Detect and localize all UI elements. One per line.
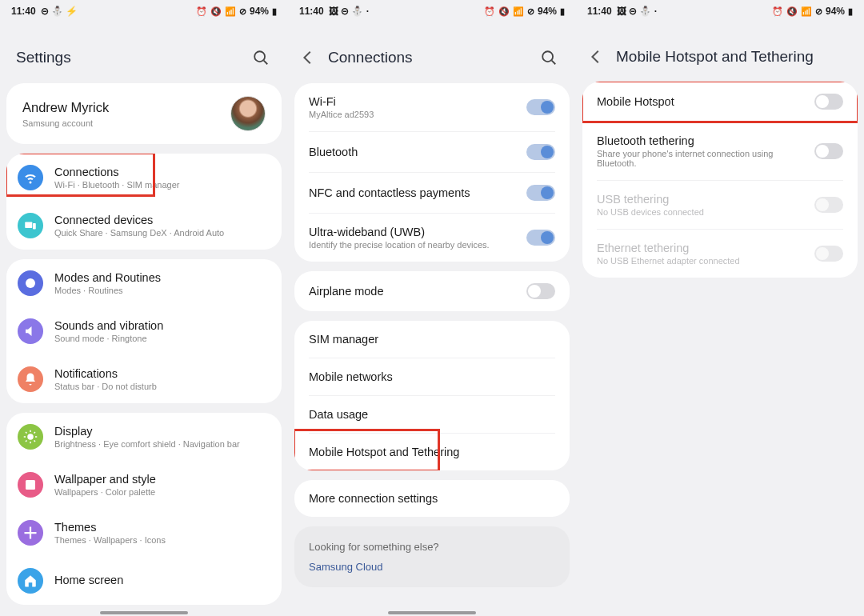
row-hotspot-tethering[interactable]: Mobile Hotspot and Tethering xyxy=(294,434,570,470)
settings-pane: 11:40 ⊝ ⛄ ⚡ ⏰ 🔇 📶 ⊘ 94% ▮ Settings Andre… xyxy=(0,0,288,616)
svg-point-7 xyxy=(542,51,553,62)
toggle-mobile-hotspot[interactable] xyxy=(814,94,843,110)
row-connections[interactable]: Connections Wi-Fi · Bluetooth · SIM mana… xyxy=(6,154,282,202)
row-title: Ethernet tethering xyxy=(597,242,805,254)
row-title: Themes xyxy=(54,521,267,534)
row-sub: Share your phone's internet connection u… xyxy=(597,149,805,168)
row-notifications[interactable]: Notifications Status bar · Do not distur… xyxy=(6,355,282,403)
status-time: 11:40 xyxy=(11,6,36,17)
row-title: Modes and Routines xyxy=(54,271,267,284)
wallpaper-icon xyxy=(18,472,43,498)
row-bluetooth[interactable]: Bluetooth xyxy=(294,132,570,172)
row-mobile-hotspot[interactable]: Mobile Hotspot xyxy=(582,82,858,122)
footer-label: Looking for something else? xyxy=(294,526,570,561)
routines-icon xyxy=(18,270,43,296)
row-sub: Themes · Wallpapers · Icons xyxy=(54,535,267,545)
notifications-icon xyxy=(18,366,43,392)
page-header: Connections xyxy=(288,22,576,83)
toggle-airplane[interactable] xyxy=(526,283,555,299)
group-wireless: Wi-Fi MyAltice ad2593 Bluetooth NFC and … xyxy=(294,83,570,262)
back-button[interactable] xyxy=(298,47,318,68)
row-sounds[interactable]: Sounds and vibration Sound mode · Ringto… xyxy=(6,307,282,355)
tethering-pane: 11:40 🖼 ⊝ ⛄ · ⏰ 🔇 📶 ⊘ 94% ▮ Mobile Hotsp… xyxy=(576,0,864,616)
row-sub: Wallpapers · Color palette xyxy=(54,487,267,497)
group-footer: Looking for something else? Samsung Clou… xyxy=(294,526,570,587)
svg-line-8 xyxy=(552,61,556,65)
account-sub: Samsung account xyxy=(22,118,221,128)
account-card[interactable]: Andrew Myrick Samsung account xyxy=(6,83,282,144)
page-header: Settings xyxy=(0,22,288,83)
no-data-icon: ⊘ xyxy=(815,6,822,17)
row-mobile-networks[interactable]: Mobile networks xyxy=(294,358,570,395)
row-themes[interactable]: Themes Themes · Wallpapers · Icons xyxy=(6,509,282,557)
group-mobile: SIM manager Mobile networks Data usage M… xyxy=(294,321,570,470)
wifi-icon xyxy=(18,165,43,190)
row-airplane[interactable]: Airplane mode xyxy=(294,271,570,311)
row-connected-devices[interactable]: Connected devices Quick Share · Samsung … xyxy=(6,202,282,250)
toggle-bluetooth[interactable] xyxy=(526,144,555,160)
row-title: Notifications xyxy=(54,367,267,380)
row-nfc[interactable]: NFC and contactless payments xyxy=(294,173,570,213)
row-title: Display xyxy=(54,425,267,438)
status-bar: 11:40 🖼 ⊝ ⛄ · ⏰ 🔇 📶 ⊘ 94% ▮ xyxy=(288,0,576,22)
search-button[interactable] xyxy=(250,46,272,69)
toggle-nfc[interactable] xyxy=(526,185,555,201)
connections-pane: 11:40 🖼 ⊝ ⛄ · ⏰ 🔇 📶 ⊘ 94% ▮ Connections … xyxy=(288,0,576,616)
toggle-wifi[interactable] xyxy=(526,99,555,115)
row-title: Mobile Hotspot and Tethering xyxy=(309,446,555,458)
mute-icon: 🔇 xyxy=(786,6,798,17)
svg-point-5 xyxy=(27,434,34,440)
avatar[interactable] xyxy=(230,96,266,131)
row-more-connection[interactable]: More connection settings xyxy=(294,480,570,517)
mute-icon: 🔇 xyxy=(498,6,510,17)
row-title: Mobile Hotspot xyxy=(597,95,805,108)
nav-handle[interactable] xyxy=(388,611,476,614)
row-title: Wallpaper and style xyxy=(54,473,267,486)
toggle-uwb[interactable] xyxy=(526,230,555,246)
row-wifi[interactable]: Wi-Fi MyAltice ad2593 xyxy=(294,83,570,131)
status-left-icons: ⊝ ⛄ ⚡ xyxy=(41,6,78,17)
row-modes[interactable]: Modes and Routines Modes · Routines xyxy=(6,259,282,307)
search-button[interactable] xyxy=(538,46,560,69)
status-left-icons: 🖼 ⊝ ⛄ · xyxy=(329,6,369,17)
row-title: Data usage xyxy=(309,408,555,421)
svg-point-4 xyxy=(26,278,35,288)
row-sub: Identify the precise location of nearby … xyxy=(309,240,517,250)
status-bar: 11:40 ⊝ ⛄ ⚡ ⏰ 🔇 📶 ⊘ 94% ▮ xyxy=(0,0,288,22)
row-sub: Brightness · Eye comfort shield · Naviga… xyxy=(54,439,267,449)
nav-handle[interactable] xyxy=(100,611,188,614)
row-sub: Sound mode · Ringtone xyxy=(54,334,267,343)
row-title: More connection settings xyxy=(309,492,555,505)
row-uwb[interactable]: Ultra-wideband (UWB) Identify the precis… xyxy=(294,214,570,262)
row-usb-tethering: USB tethering No USB devices connected xyxy=(582,181,858,229)
row-data-usage[interactable]: Data usage xyxy=(294,396,570,433)
status-bar: 11:40 🖼 ⊝ ⛄ · ⏰ 🔇 📶 ⊘ 94% ▮ xyxy=(576,0,864,22)
svg-rect-6 xyxy=(26,480,35,490)
row-title: Sounds and vibration xyxy=(54,319,267,332)
row-ethernet-tethering: Ethernet tethering No USB Ethernet adapt… xyxy=(582,230,858,278)
alarm-icon: ⏰ xyxy=(484,6,495,17)
wifi-signal-icon: 📶 xyxy=(225,6,236,17)
row-sim[interactable]: SIM manager xyxy=(294,321,570,358)
battery-label: 94% xyxy=(538,6,557,17)
no-data-icon: ⊘ xyxy=(239,6,246,17)
display-icon xyxy=(18,424,43,450)
status-left-icons: 🖼 ⊝ ⛄ · xyxy=(617,6,657,17)
row-display[interactable]: Display Brightness · Eye comfort shield … xyxy=(6,413,282,461)
toggle-bt-tethering[interactable] xyxy=(814,143,843,159)
sound-icon xyxy=(18,318,43,344)
row-bt-tethering[interactable]: Bluetooth tethering Share your phone's i… xyxy=(582,122,858,180)
footer-link[interactable]: Samsung Cloud xyxy=(294,561,570,587)
alarm-icon: ⏰ xyxy=(772,6,783,17)
back-button[interactable] xyxy=(586,46,606,67)
svg-line-1 xyxy=(264,61,268,65)
row-title: Wi-Fi xyxy=(309,95,517,108)
toggle-ethernet-tethering xyxy=(814,246,843,262)
row-sub: Wi-Fi · Bluetooth · SIM manager xyxy=(54,180,267,190)
row-sub: No USB devices connected xyxy=(597,207,805,217)
row-home-screen[interactable]: Home screen xyxy=(6,557,282,605)
battery-label: 94% xyxy=(250,6,269,17)
svg-point-0 xyxy=(254,51,265,62)
group-tethering: Mobile Hotspot Bluetooth tethering Share… xyxy=(582,82,858,278)
row-wallpaper[interactable]: Wallpaper and style Wallpapers · Color p… xyxy=(6,461,282,509)
